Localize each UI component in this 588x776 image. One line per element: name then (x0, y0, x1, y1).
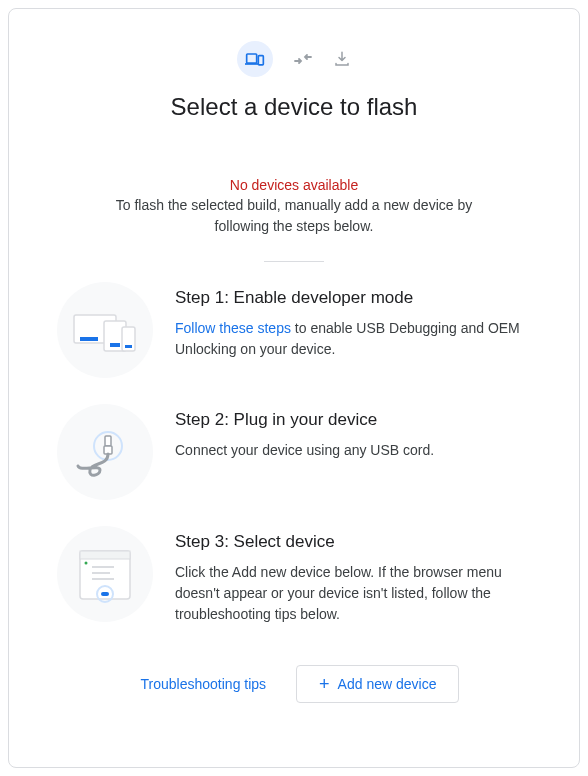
svg-rect-2 (258, 56, 263, 65)
download-icon (333, 50, 351, 68)
step-3-illustration (57, 526, 153, 622)
step-3-description: Click the Add new device below. If the b… (175, 562, 531, 625)
step-3: Step 3: Select device Click the Add new … (57, 526, 531, 625)
step-2-description: Connect your device using any USB cord. (175, 440, 531, 461)
step-2-text: Step 2: Plug in your device Connect your… (175, 404, 531, 461)
add-device-label: Add new device (338, 676, 437, 692)
svg-rect-10 (105, 436, 111, 446)
step-1-description: Follow these steps to enable USB Debuggi… (175, 318, 531, 360)
step-3-text: Step 3: Select device Click the Add new … (175, 526, 531, 625)
follow-steps-link[interactable]: Follow these steps (175, 320, 291, 336)
svg-point-19 (85, 562, 88, 565)
devices-icon (245, 49, 265, 69)
page-title: Select a device to flash (57, 93, 531, 121)
usb-icon (70, 422, 140, 482)
select-device-icon (70, 539, 140, 609)
developer-mode-icon (70, 305, 140, 355)
step-2: Step 2: Plug in your device Connect your… (57, 404, 531, 500)
svg-rect-18 (101, 592, 109, 596)
steps-list: Step 1: Enable developer mode Follow the… (57, 282, 531, 625)
step-2-title: Step 2: Plug in your device (175, 410, 531, 430)
actions-row: Troubleshooting tips + Add new device (57, 665, 531, 703)
svg-rect-4 (80, 337, 98, 341)
svg-rect-0 (247, 54, 257, 63)
status-error: No devices available (57, 177, 531, 193)
flash-dialog: Select a device to flash No devices avai… (8, 8, 580, 768)
svg-rect-6 (110, 343, 120, 347)
step-2-illustration (57, 404, 153, 500)
plus-icon: + (319, 675, 330, 693)
add-device-button[interactable]: + Add new device (296, 665, 459, 703)
troubleshooting-button[interactable]: Troubleshooting tips (129, 668, 279, 700)
divider (264, 261, 324, 262)
step-1-text: Step 1: Enable developer mode Follow the… (175, 282, 531, 360)
step-1-title: Step 1: Enable developer mode (175, 288, 531, 308)
status-description: To flash the selected build, manually ad… (57, 195, 531, 237)
svg-rect-1 (245, 63, 258, 65)
svg-rect-8 (125, 345, 132, 348)
svg-rect-13 (80, 551, 130, 559)
devices-icon-active (237, 41, 273, 77)
stepper-icons (57, 41, 531, 77)
step-1-illustration (57, 282, 153, 378)
connect-icon (293, 51, 313, 67)
step-1: Step 1: Enable developer mode Follow the… (57, 282, 531, 378)
step-3-title: Step 3: Select device (175, 532, 531, 552)
status-block: No devices available To flash the select… (57, 177, 531, 237)
